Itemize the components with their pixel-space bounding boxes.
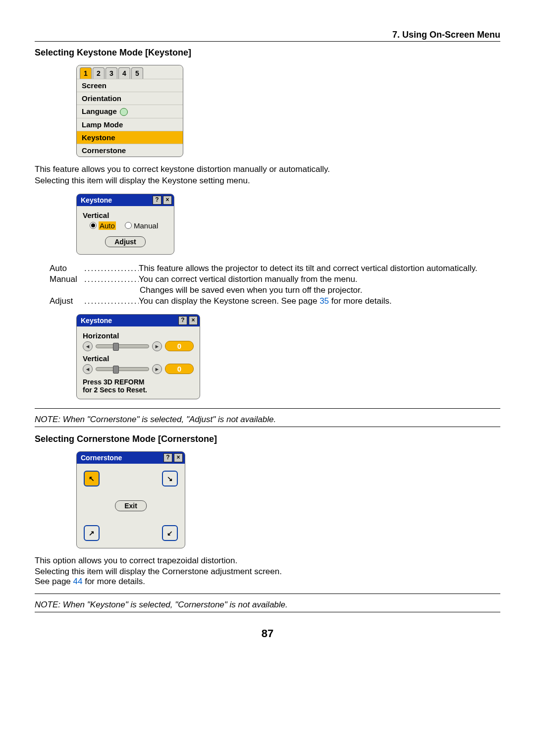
horizontal-label: Horizontal <box>83 331 194 340</box>
arrow-up-right-icon: ↘ <box>167 475 173 483</box>
dialog-title: Cornerstone <box>81 454 122 462</box>
menu-item-lamp-mode[interactable]: Lamp Mode <box>77 118 183 131</box>
help-icon[interactable]: ? <box>163 453 172 462</box>
osd-tab-1[interactable]: 1 <box>80 67 92 79</box>
osd-tab-3[interactable]: 3 <box>106 67 117 79</box>
arrow-left-icon[interactable]: ◄ <box>83 341 93 351</box>
arrow-up-left-icon: ↖ <box>89 475 95 483</box>
def-manual-extra: Changes will be saved even when you turn… <box>140 285 500 295</box>
osd-tab-4[interactable]: 4 <box>118 67 130 79</box>
cornerstone-grid: ↖ ↘ ↗ ↙ Exit <box>82 469 180 543</box>
corner-bottom-left[interactable]: ↗ <box>84 525 100 541</box>
arrow-down-right-icon: ↙ <box>167 529 173 537</box>
menu-item-orientation[interactable]: Orientation <box>77 92 183 105</box>
dialog-title: Keystone <box>81 317 112 324</box>
vertical-label: Vertical <box>83 354 194 363</box>
divider <box>35 408 500 409</box>
corner-bottom-right[interactable]: ↙ <box>162 525 178 541</box>
divider <box>35 612 500 612</box>
def-manual: You can correct vertical distortion manu… <box>139 274 500 284</box>
menu-item-language-label: Language <box>82 107 117 115</box>
dialog-title: Keystone <box>81 196 112 204</box>
arrow-down-left-icon: ↗ <box>89 529 95 537</box>
leader-dots: .................... <box>84 296 139 306</box>
help-icon[interactable]: ? <box>153 196 161 205</box>
corner-top-left[interactable]: ↖ <box>84 471 100 486</box>
leader-dots: ................. <box>84 274 139 284</box>
osd-tab-5[interactable]: 5 <box>131 67 143 79</box>
osd-keystone-mode-dialog: Keystone ? × Vertical Auto Manual Adjust <box>76 194 174 255</box>
radio-dot-icon <box>90 222 97 229</box>
def-term-manual: Manual <box>50 274 84 284</box>
def-adjust-pre: You can display the Keystone screen. See… <box>139 296 320 306</box>
close-icon[interactable]: × <box>163 196 172 205</box>
para3-post: for more details. <box>82 577 145 586</box>
cornerstone-para3: See page 44 for more details. <box>35 577 500 587</box>
definition-list: Auto ...................... This feature… <box>50 264 500 306</box>
menu-item-keystone[interactable]: Keystone <box>77 131 183 144</box>
def-term-auto: Auto <box>50 264 84 273</box>
slider-track[interactable] <box>96 367 149 371</box>
def-term-adjust: Adjust <box>50 296 84 306</box>
divider <box>35 594 500 594</box>
exit-button[interactable]: Exit <box>115 500 147 511</box>
divider <box>35 41 500 42</box>
cornerstone-para1: This option allows you to correct trapez… <box>35 555 500 567</box>
close-icon[interactable]: × <box>174 453 183 462</box>
def-adjust: You can display the Keystone screen. See… <box>139 296 500 306</box>
def-adjust-post: for more details. <box>329 296 392 306</box>
chapter-title: 7. Using On-Screen Menu <box>35 30 500 40</box>
osd-tabs: 1 2 3 4 5 <box>77 65 183 79</box>
section-heading-cornerstone: Selecting Cornerstone Mode [Cornerstone] <box>35 434 500 444</box>
radio-manual[interactable]: Manual <box>125 221 158 230</box>
osd-keystone-adjust-dialog: Keystone ? × Horizontal ◄ ► 0 Vertical ◄… <box>76 314 200 399</box>
menu-item-screen[interactable]: Screen <box>77 79 183 92</box>
slider-thumb[interactable] <box>113 366 119 374</box>
def-auto: This feature allows the projector to det… <box>139 264 500 273</box>
close-icon[interactable]: × <box>189 316 198 325</box>
slider-track[interactable] <box>96 344 149 348</box>
section-heading-keystone: Selecting Keystone Mode [Keystone] <box>35 48 500 58</box>
adjust-button[interactable]: Adjust <box>105 236 146 247</box>
radio-auto-label: Auto <box>99 221 116 230</box>
horizontal-slider[interactable]: ◄ ► 0 <box>83 341 194 351</box>
note-keystone-cornerstone: NOTE: When "Keystone" is selected, "Corn… <box>35 600 500 610</box>
radio-auto[interactable]: Auto <box>90 221 116 230</box>
vertical-group-label: Vertical <box>83 211 168 219</box>
arrow-left-icon[interactable]: ◄ <box>83 364 93 374</box>
para3-pre: See page <box>35 577 73 586</box>
corner-top-right[interactable]: ↘ <box>162 471 178 486</box>
vertical-value: 0 <box>165 364 194 374</box>
reset-hint-line1: Press 3D REFORM <box>83 378 194 386</box>
vertical-slider[interactable]: ◄ ► 0 <box>83 364 194 374</box>
globe-icon <box>120 108 128 116</box>
help-icon[interactable]: ? <box>178 316 187 325</box>
osd-tab-2[interactable]: 2 <box>93 67 105 79</box>
note-cornerstone-adjust: NOTE: When "Cornerstone" is selected, "A… <box>35 415 500 425</box>
page-link-44[interactable]: 44 <box>73 577 83 586</box>
horizontal-value: 0 <box>165 341 194 351</box>
osd-cornerstone-dialog: Cornerstone ? × ↖ ↘ ↗ ↙ Exit <box>76 451 185 548</box>
arrow-right-icon[interactable]: ► <box>152 364 162 374</box>
divider <box>35 427 500 427</box>
cornerstone-para2: Selecting this item will display the Cor… <box>35 567 500 577</box>
page-link-35[interactable]: 35 <box>320 296 329 306</box>
slider-thumb[interactable] <box>113 343 119 351</box>
keystone-intro-text: This feature allows you to correct keyst… <box>35 164 500 187</box>
menu-item-language[interactable]: Language <box>77 105 183 118</box>
arrow-right-icon[interactable]: ► <box>152 341 162 351</box>
page-number: 87 <box>35 627 500 640</box>
osd-setup-menu: 1 2 3 4 5 Screen Orientation Language La… <box>76 65 183 157</box>
radio-manual-label: Manual <box>134 221 158 230</box>
reset-hint-line2: for 2 Secs to Reset. <box>83 386 194 394</box>
radio-dot-icon <box>125 222 132 229</box>
leader-dots: ...................... <box>84 264 139 273</box>
menu-item-cornerstone[interactable]: Cornerstone <box>77 144 183 157</box>
